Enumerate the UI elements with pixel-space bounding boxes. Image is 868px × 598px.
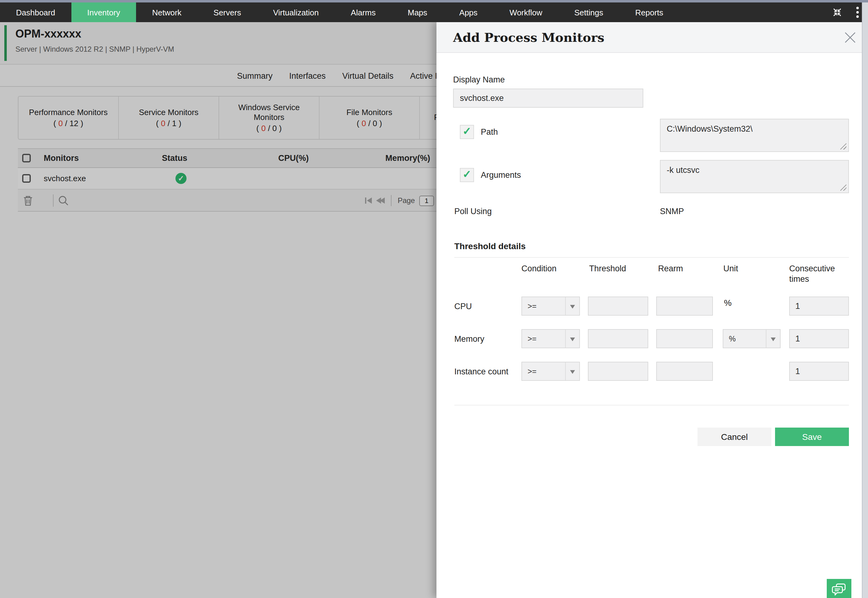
kebab-menu-icon[interactable]: [853, 6, 862, 18]
add-process-monitors-panel: Add Process Monitors Display Name ✓ Path…: [436, 22, 868, 598]
chevron-down-icon: [570, 370, 575, 374]
cancel-button[interactable]: Cancel: [697, 428, 771, 446]
top-nav: Dashboard Inventory Network Servers Virt…: [0, 3, 868, 22]
nav-item-settings[interactable]: Settings: [558, 3, 619, 22]
nav-right-controls: [831, 3, 862, 22]
nav-item-virtualization[interactable]: Virtualization: [257, 3, 334, 22]
close-icon[interactable]: [843, 31, 857, 44]
nav-item-dashboard[interactable]: Dashboard: [0, 3, 71, 22]
nav-item-alarms[interactable]: Alarms: [335, 3, 392, 22]
cpu-threshold-input[interactable]: [588, 296, 648, 315]
threshold-details-heading: Threshold details: [454, 241, 526, 251]
arguments-checkbox[interactable]: ✓: [460, 168, 474, 182]
display-name-input[interactable]: [453, 88, 643, 108]
nav-item-network[interactable]: Network: [136, 3, 197, 22]
nav-item-workflow[interactable]: Workflow: [493, 3, 558, 22]
collapse-icon[interactable]: [831, 6, 843, 18]
col-consecutive-times: Consecutive times: [789, 263, 840, 284]
divider: [454, 257, 849, 258]
memory-consecutive-input[interactable]: [789, 329, 849, 348]
threshold-row-memory: Memory >= %: [454, 329, 849, 348]
nav-item-maps[interactable]: Maps: [391, 3, 443, 22]
arguments-textarea[interactable]: -k utcsvc: [660, 160, 849, 193]
nav-item-inventory[interactable]: Inventory: [71, 3, 136, 22]
col-rearm: Rearm: [658, 263, 683, 274]
cpu-rearm-input[interactable]: [656, 296, 713, 315]
nav-item-apps[interactable]: Apps: [443, 3, 493, 22]
panel-header: Add Process Monitors: [436, 22, 868, 53]
app-window: Dashboard Inventory Network Servers Virt…: [0, 0, 868, 598]
memory-condition-select[interactable]: >=: [522, 329, 580, 348]
col-unit: Unit: [723, 263, 738, 274]
path-checkbox[interactable]: ✓: [460, 125, 474, 139]
save-button[interactable]: Save: [775, 428, 849, 446]
instance-rearm-input[interactable]: [656, 362, 713, 381]
instance-consecutive-input[interactable]: [789, 362, 849, 381]
nav-item-servers[interactable]: Servers: [198, 3, 257, 22]
instance-threshold-input[interactable]: [588, 362, 648, 381]
path-label: Path: [481, 127, 498, 137]
top-nav-list: Dashboard Inventory Network Servers Virt…: [0, 3, 679, 22]
cpu-consecutive-input[interactable]: [789, 296, 849, 315]
window-top-edge: [0, 0, 868, 3]
chevron-down-icon: [570, 337, 575, 341]
col-threshold: Threshold: [589, 263, 626, 274]
chat-widget-button[interactable]: [827, 579, 852, 598]
chat-icon: [831, 582, 847, 598]
poll-using-label: Poll Using: [454, 207, 492, 216]
arguments-label: Arguments: [481, 170, 521, 179]
divider: [454, 405, 849, 405]
threshold-row-cpu: CPU >= %: [454, 296, 849, 315]
chevron-down-icon: [570, 305, 575, 308]
memory-rearm-input[interactable]: [656, 329, 713, 348]
display-name-label: Display Name: [453, 75, 505, 84]
chevron-down-icon: [771, 337, 776, 341]
instance-condition-select[interactable]: >=: [522, 362, 580, 381]
memory-threshold-input[interactable]: [588, 329, 648, 348]
scrollbar[interactable]: [862, 3, 868, 598]
panel-title: Add Process Monitors: [453, 30, 604, 45]
poll-using-value: SNMP: [660, 207, 684, 216]
memory-unit-select[interactable]: %: [723, 329, 781, 348]
path-textarea[interactable]: C:\Windows\System32\: [660, 119, 849, 152]
cpu-unit: %: [724, 298, 732, 308]
cpu-condition-select[interactable]: >=: [522, 296, 580, 315]
col-condition: Condition: [522, 263, 556, 274]
nav-item-reports[interactable]: Reports: [619, 3, 679, 22]
threshold-row-instance-count: Instance count >=: [454, 362, 849, 381]
